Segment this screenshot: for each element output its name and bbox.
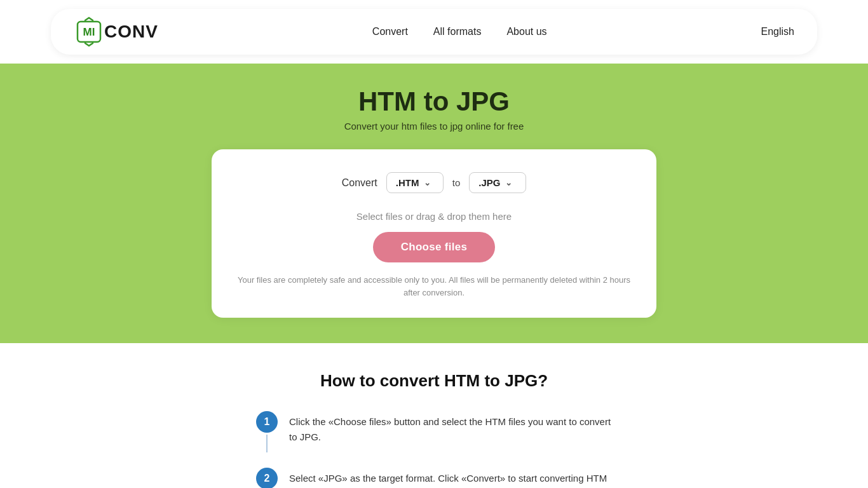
howto-title: How to convert HTM to JPG? [0, 371, 868, 391]
to-format-chevron-icon: ⌄ [505, 178, 512, 187]
logo-icon: MI [74, 17, 104, 47]
step-text: Select «JPG» as the target format. Click… [289, 468, 612, 488]
language-selector[interactable]: English [761, 26, 794, 37]
drop-zone[interactable]: Select files or drag & drop them here Ch… [237, 211, 631, 262]
howto-section: How to convert HTM to JPG? 1Click the «C… [0, 343, 868, 488]
from-format-select[interactable]: .HTM ⌄ [386, 172, 444, 193]
logo[interactable]: MI CONV [74, 17, 158, 47]
choose-files-button[interactable]: Choose files [373, 232, 496, 262]
step-text: Click the «Choose files» button and sele… [289, 411, 612, 445]
from-format-chevron-icon: ⌄ [424, 178, 431, 187]
nav-all-formats[interactable]: All formats [433, 26, 482, 37]
to-label: to [452, 177, 461, 188]
step-item: 1Click the «Choose files» button and sel… [256, 411, 612, 468]
svg-text:MI: MI [83, 26, 95, 38]
drop-text: Select files or drag & drop them here [237, 211, 631, 222]
step-line [266, 435, 268, 452]
to-format-value: .JPG [478, 177, 500, 188]
from-format-value: .HTM [396, 177, 419, 188]
header: MI CONV Convert All formats About us Eng… [51, 9, 817, 55]
step-number: 2 [256, 468, 278, 488]
to-format-select[interactable]: .JPG ⌄ [469, 172, 526, 193]
convert-label: Convert [342, 177, 377, 189]
converter-card: Convert .HTM ⌄ to .JPG ⌄ Select files or… [212, 149, 656, 318]
hero-subtitle: Convert your htm files to jpg online for… [0, 121, 868, 132]
page-title: HTM to JPG [0, 86, 868, 117]
step-connector: 2 [256, 468, 278, 488]
step-item: 2Select «JPG» as the target format. Clic… [256, 468, 612, 488]
nav-convert[interactable]: Convert [372, 26, 408, 37]
main-nav: Convert All formats About us [372, 26, 547, 37]
security-note: Your files are completely safe and acces… [237, 274, 631, 299]
steps-list: 1Click the «Choose files» button and sel… [256, 411, 612, 488]
nav-about-us[interactable]: About us [506, 26, 546, 37]
step-number: 1 [256, 411, 278, 433]
step-connector: 1 [256, 411, 278, 452]
convert-row: Convert .HTM ⌄ to .JPG ⌄ [237, 172, 631, 193]
hero-section: HTM to JPG Convert your htm files to jpg… [0, 64, 868, 343]
logo-text: CONV [104, 22, 158, 42]
